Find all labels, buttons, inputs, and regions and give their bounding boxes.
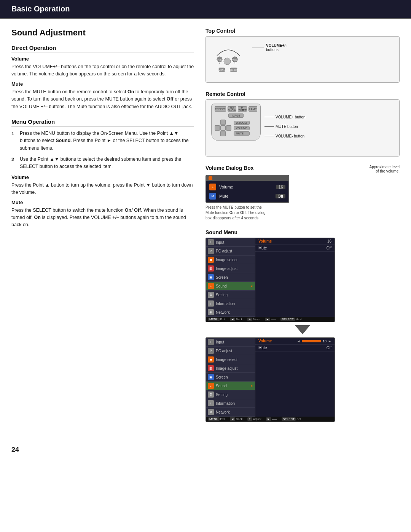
remote-body: FREEZE NO SHOW P-TIMER LAMP IMAGE (211, 104, 261, 141)
smb-item-network-1[interactable]: ⊕ Network (206, 308, 255, 317)
sound-menu-title: Sound Menu (206, 229, 400, 235)
footer-exit-2: MENU Exit (208, 417, 225, 421)
smb-footer-2: MENU Exit ◄ Back ✦ Adjust ► ----- (206, 417, 335, 422)
info-icon-1: i (208, 300, 214, 307)
smb-item-pcadjust-1[interactable]: P PC adjust (206, 247, 255, 256)
dzoom-btn: D.ZOOM (234, 121, 250, 125)
footer-next-1: SELECT Next (280, 318, 302, 321)
direct-operation-title: Direct Operation (11, 45, 194, 53)
smb-item-input-1[interactable]: I Input (206, 238, 255, 247)
sound-menu-box-1: I Input P PC adjust ◆ Image select ▦ (206, 238, 335, 322)
smb-item-input-2[interactable]: I Input (206, 338, 255, 347)
footer-set-2: SELECT Set (282, 417, 301, 421)
menu-operation-section: Menu Operation 1 Press the MENU button t… (11, 118, 194, 229)
vdb-mute-icon: M (209, 193, 216, 200)
smb-item-pcadjust-2[interactable]: P PC adjust (206, 347, 255, 355)
volume-heading-direct: Volume (11, 56, 194, 62)
remote-control-block: Remote Control FREEZE NO SHOW P-TIMER LA… (206, 91, 400, 157)
vdb-title-bar (206, 176, 288, 181)
footer-back-2: ◄ Back (230, 417, 243, 421)
step1-text: Press the MENU button to display the On-… (20, 130, 194, 152)
volume-bar: ◄ 18 ► (297, 339, 331, 343)
smb-item-setting-1[interactable]: ⚙ Setting (206, 291, 255, 299)
rc-vol-plus-label: VOLUME+ button (264, 115, 306, 119)
vdb-mute-row: M Mute Off (206, 192, 288, 201)
footer-move-1: ✦ Move (247, 318, 261, 321)
rc-down-btn (220, 131, 226, 136)
mute-heading-menu: Mute (11, 200, 194, 205)
smb-item-sound-2[interactable]: ♪ Sound ◄ (206, 382, 255, 390)
volume-dialog-box: ♪ Volume 16 M Mute Off (206, 175, 289, 203)
page-number-area: 24 (0, 442, 411, 462)
setting-icon-1: ⚙ (208, 292, 214, 298)
input-icon-2: I (208, 339, 214, 345)
right-column: Top Control VOL - VOL + (206, 28, 400, 430)
rc-labels: VOLUME+ button MUTE button VOLUME- butto… (264, 104, 306, 138)
smb-item-sound-1[interactable]: ♪ Sound ◄ (206, 282, 255, 291)
smb-item-imgadjust-2[interactable]: ▦ Image adjust (206, 364, 255, 373)
rc-center-btn (220, 125, 226, 131)
down-arrow (295, 325, 310, 334)
imgselect-icon-1: ◆ (208, 257, 214, 263)
smb-left-2: I Input P PC adjust ◆ Image select ▦ (206, 338, 255, 417)
buttons-label: buttons (266, 48, 287, 52)
header-title: Basic Operation (11, 5, 70, 13)
svg-text:VOL: VOL (232, 59, 237, 61)
rc-nav-area: D.ZOOM VOLUME MUTE (215, 120, 257, 136)
pcadjust-icon-2: P (208, 348, 214, 354)
input-icon-1: I (208, 239, 214, 245)
ptimer-btn: P-TIMER (238, 106, 247, 112)
vol-label: VOLUME+/- (266, 43, 287, 48)
footer-exit-1: MENU Exit (208, 318, 225, 321)
vdb-caption: Press the MUTE button to set the Mute fu… (206, 205, 400, 221)
smb-item-setting-2[interactable]: ⚙ Setting (206, 390, 255, 399)
smb-item-info-1[interactable]: i Information (206, 299, 255, 308)
rc-vol-mute: D.ZOOM VOLUME MUTE (234, 121, 250, 136)
network-icon-2: ⊕ (208, 409, 214, 415)
smb-item-screen-1[interactable]: ▣ Screen (206, 273, 255, 282)
smb-item-network-2[interactable]: ⊕ Network (206, 408, 255, 417)
smb-item-imgadjust-1[interactable]: ▦ Image adjust (206, 264, 255, 273)
top-control-block: Top Control VOL - VOL + (206, 28, 400, 83)
svg-text:MENU: MENU (218, 69, 225, 71)
page-number: 24 (11, 446, 19, 454)
menu-op-step1: 1 Press the MENU button to display the O… (11, 130, 194, 152)
screen-icon-1: ▣ (208, 274, 214, 280)
svg-text:SELECT: SELECT (229, 69, 238, 71)
smb-left-1: I Input P PC adjust ◆ Image select ▦ (206, 238, 255, 317)
svg-point-6 (224, 58, 231, 65)
smb-layout-1: I Input P PC adjust ◆ Image select ▦ (206, 238, 335, 317)
mute-heading-direct: Mute (11, 81, 194, 87)
menu-operation-title: Menu Operation (11, 118, 194, 127)
imgselect-icon-2: ◆ (208, 356, 214, 363)
mute-btn: MUTE (234, 131, 250, 136)
rc-top-row: FREEZE NO SHOW P-TIMER LAMP (215, 106, 257, 112)
left-column: Sound Adjustment Direct Operation Volume… (11, 28, 194, 430)
volume-text-menu: Press the Point ▲ button to turn up the … (11, 182, 194, 197)
direct-operation-section: Direct Operation Volume Press the VOLUME… (11, 45, 194, 110)
top-control-svg: VOL - VOL + MENU SELECT (211, 40, 245, 78)
volume-heading-menu: Volume (11, 174, 194, 180)
vdb-volume-row: ♪ Volume 16 (206, 182, 288, 192)
remote-control-title: Remote Control (206, 91, 400, 97)
imgadjust-icon-2: ▦ (208, 365, 214, 371)
freeze-btn: FREEZE (215, 106, 226, 112)
lamp-btn: LAMP (249, 106, 257, 112)
rc-left-btn (215, 125, 220, 131)
smb-right-header-1: Volume 16 (255, 238, 335, 245)
bar-fill (302, 340, 321, 342)
vdb-volume-icon: ♪ (209, 184, 216, 190)
smb-item-screen-2[interactable]: ▣ Screen (206, 373, 255, 382)
svg-text:+: + (234, 62, 236, 64)
volume-btn: VOLUME (234, 126, 250, 130)
vdb-volume-label: Volume (219, 185, 273, 189)
smb-item-imgselect-2[interactable]: ◆ Image select (206, 355, 255, 364)
sound-icon-1: ♪ (208, 283, 214, 289)
smb-item-info-2[interactable]: i Information (206, 399, 255, 408)
volume-dialog-block: Volume Dialog Box Approximate level of t… (206, 165, 400, 221)
page-title: Sound Adjustment (11, 28, 194, 38)
smb-item-imgselect-1[interactable]: ◆ Image select (206, 256, 255, 264)
footer-back-1: ◄ Back (230, 318, 243, 321)
top-control-labels: VOLUME+/- buttons (252, 40, 287, 52)
noshow-btn: NO SHOW (228, 106, 237, 112)
